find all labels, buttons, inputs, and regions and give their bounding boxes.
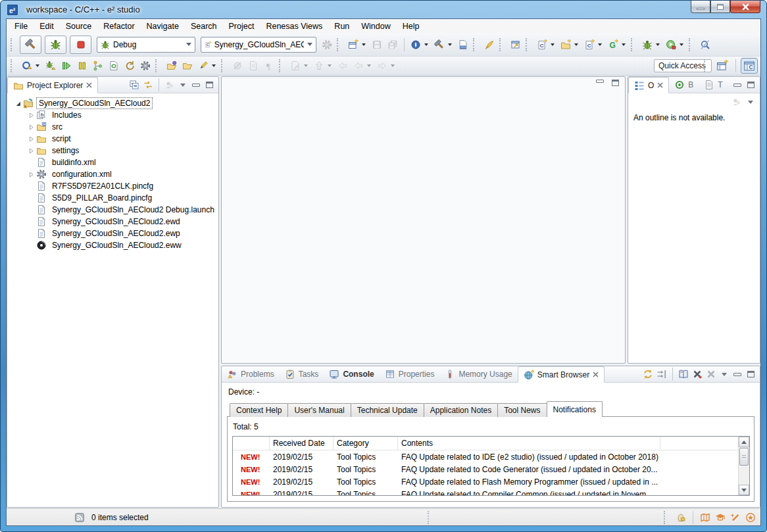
tab-notifications[interactable]: Notifications bbox=[547, 401, 603, 417]
column-received-date-header[interactable]: Received Date bbox=[270, 437, 334, 450]
maximize-view-icon[interactable] bbox=[747, 82, 755, 88]
code-generator-icon[interactable] bbox=[606, 37, 620, 52]
new-class-icon[interactable] bbox=[582, 37, 597, 52]
settings-gear-icon[interactable] bbox=[138, 59, 153, 73]
tab-templates[interactable]: T bbox=[699, 77, 728, 93]
back-icon[interactable] bbox=[351, 59, 366, 73]
dropdown-arrow-icon[interactable] bbox=[622, 43, 626, 46]
dropdown-arrow-icon[interactable] bbox=[304, 64, 308, 67]
title-bar[interactable]: workspace - C/C++ - e² studio bbox=[1, 1, 766, 18]
open-perspective-button[interactable] bbox=[714, 58, 731, 74]
whats-new-star-icon[interactable] bbox=[745, 512, 756, 523]
menu-edit[interactable]: Edit bbox=[34, 20, 60, 32]
menu-search[interactable]: Search bbox=[185, 20, 223, 32]
column-category-header[interactable]: Category bbox=[334, 437, 398, 450]
build-button[interactable] bbox=[20, 36, 41, 54]
maximize-view-icon[interactable] bbox=[612, 80, 619, 86]
c-cpp-perspective-button[interactable] bbox=[741, 58, 758, 74]
dropdown-arrow-icon[interactable] bbox=[328, 64, 332, 67]
delete-all-icon[interactable] bbox=[705, 368, 717, 380]
collapse-all-icon[interactable] bbox=[128, 79, 140, 91]
expand-arrow-icon[interactable] bbox=[26, 110, 36, 120]
dropdown-arrow-icon[interactable] bbox=[656, 43, 660, 46]
menu-project[interactable]: Project bbox=[223, 20, 260, 32]
tab-context-help[interactable]: Context Help bbox=[230, 403, 288, 417]
tab-console[interactable]: Console bbox=[324, 366, 379, 382]
tree-item-ewd[interactable]: Synergy_GCloudSln_AECloud2.ewd bbox=[7, 216, 218, 228]
new-folder-icon[interactable] bbox=[558, 37, 573, 52]
tree-item-configuration[interactable]: configuration.xml bbox=[7, 168, 218, 180]
toolbar-grip[interactable] bbox=[704, 59, 709, 72]
run-history-icon[interactable] bbox=[664, 37, 678, 52]
tab-problems[interactable]: Problems bbox=[222, 366, 280, 382]
toolbar-grip[interactable] bbox=[221, 59, 226, 72]
close-view-icon[interactable] bbox=[86, 82, 92, 88]
menu-navigate[interactable]: Navigate bbox=[141, 20, 185, 32]
new-c-file-icon[interactable] bbox=[535, 37, 549, 52]
tab-project-explorer[interactable]: Project Explorer bbox=[7, 77, 98, 93]
tree-item-buildinfo[interactable]: buildinfo.xml bbox=[7, 157, 218, 168]
save-icon[interactable] bbox=[370, 37, 384, 52]
menu-source[interactable]: Source bbox=[60, 20, 98, 32]
show-console-icon[interactable] bbox=[246, 59, 260, 73]
column-contents-header[interactable]: Contents bbox=[398, 437, 660, 450]
dropdown-arrow-icon[interactable] bbox=[367, 64, 371, 67]
tree-item-ewp[interactable]: Synergy_GCloudSln_AECloud2.ewp bbox=[7, 228, 218, 239]
tree-item-launch[interactable]: Synergy_GCloudSln_AECloud2 Debug.launch bbox=[7, 204, 218, 216]
expand-arrow-icon[interactable] bbox=[26, 145, 36, 156]
skip-all-breakpoints-icon[interactable] bbox=[230, 59, 245, 73]
menu-help[interactable]: Help bbox=[397, 20, 426, 32]
maximize-view-icon[interactable] bbox=[747, 371, 755, 377]
tree-item-includes[interactable]: Includes bbox=[7, 109, 218, 121]
toolbar-grip[interactable] bbox=[631, 38, 636, 51]
toolbar-grip[interactable] bbox=[526, 38, 531, 51]
delete-icon[interactable] bbox=[691, 368, 703, 380]
minimize-button[interactable] bbox=[691, 1, 710, 13]
scroll-down-arrow[interactable] bbox=[739, 485, 749, 495]
build-hammer-icon[interactable] bbox=[432, 37, 447, 52]
table-row[interactable]: NEW! 2019/02/15 Tool Topics FAQ Update r… bbox=[233, 488, 749, 496]
tab-tool-news[interactable]: Tool News bbox=[497, 403, 547, 417]
resume-icon[interactable] bbox=[59, 59, 74, 73]
link-with-editor-icon[interactable] bbox=[142, 79, 154, 91]
view-menu-icon[interactable] bbox=[748, 101, 753, 104]
map-guide-icon[interactable] bbox=[699, 512, 711, 523]
profile-icon[interactable] bbox=[91, 59, 105, 73]
minimize-view-icon[interactable] bbox=[192, 84, 200, 87]
save-all-icon[interactable] bbox=[385, 37, 400, 52]
minimize-view-icon[interactable] bbox=[733, 84, 741, 87]
tutorial-cap-icon[interactable] bbox=[714, 512, 726, 523]
tab-tasks[interactable]: Tasks bbox=[280, 366, 324, 382]
rss-status-icon[interactable] bbox=[74, 512, 86, 523]
go-up-icon[interactable] bbox=[312, 59, 326, 73]
table-row[interactable]: NEW! 2019/02/15 Tool Topics FAQ Update r… bbox=[233, 450, 749, 463]
tree-item-pincfg-board[interactable]: S5D9_PILLAR_Board.pincfg bbox=[7, 192, 218, 204]
debug-launch-button[interactable] bbox=[45, 36, 66, 54]
view-menu-icon[interactable] bbox=[180, 84, 186, 87]
restart-debug-icon[interactable] bbox=[43, 59, 58, 73]
show-whitespace-icon[interactable] bbox=[262, 59, 276, 73]
dropdown-arrow-icon[interactable] bbox=[362, 43, 366, 46]
vertical-scrollbar[interactable] bbox=[738, 437, 749, 495]
reset-icon[interactable] bbox=[20, 59, 34, 73]
previous-edit-arrow-icon[interactable] bbox=[335, 59, 350, 73]
toolbar-grip[interactable] bbox=[473, 38, 478, 51]
spy-search-icon[interactable] bbox=[698, 37, 712, 52]
table-row[interactable]: NEW! 2019/02/15 Tool Topics FAQ Update r… bbox=[233, 475, 749, 488]
dropdown-arrow-icon[interactable] bbox=[391, 64, 395, 67]
toolbar-grip[interactable] bbox=[337, 38, 342, 51]
dropdown-arrow-icon[interactable] bbox=[551, 43, 555, 46]
dropdown-arrow-icon[interactable] bbox=[680, 43, 683, 46]
tab-application-notes[interactable]: Application Notes bbox=[424, 403, 498, 417]
dropdown-arrow-icon[interactable] bbox=[36, 64, 39, 67]
expand-arrow-icon[interactable] bbox=[26, 133, 36, 144]
scroll-up-arrow[interactable] bbox=[739, 437, 749, 447]
tab-memory-usage[interactable]: Memory Usage bbox=[439, 366, 517, 382]
refresh-snapshot-icon[interactable] bbox=[107, 59, 121, 73]
load-binary-icon[interactable] bbox=[456, 37, 470, 52]
tree-item-eww[interactable]: Synergy_GCloudSln_AECloud2.eww bbox=[7, 239, 218, 251]
expand-arrow-icon[interactable] bbox=[12, 98, 23, 109]
toolbar-grip[interactable] bbox=[689, 38, 694, 51]
sort-icon[interactable] bbox=[731, 96, 743, 108]
tab-outline[interactable]: O bbox=[628, 77, 669, 93]
